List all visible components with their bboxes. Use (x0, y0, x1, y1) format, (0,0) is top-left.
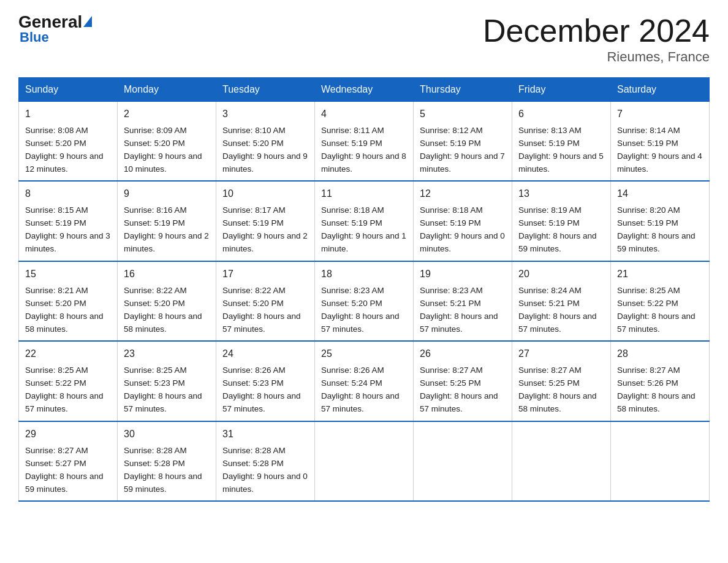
table-row (512, 421, 611, 501)
calendar-table: Sunday Monday Tuesday Wednesday Thursday… (18, 77, 710, 502)
day-number: 16 (124, 267, 210, 282)
day-number: 11 (321, 186, 407, 202)
logo-blue: Blue (20, 29, 49, 45)
table-row: 6Sunrise: 8:13 AMSunset: 5:19 PMDaylight… (512, 102, 611, 182)
day-number: 10 (222, 186, 308, 202)
col-saturday: Saturday (611, 78, 710, 102)
day-number: 3 (222, 107, 308, 122)
day-number: 14 (617, 186, 703, 202)
calendar-week-row: 8Sunrise: 8:15 AMSunset: 5:19 PMDaylight… (19, 181, 710, 261)
day-number: 21 (617, 267, 703, 282)
day-number: 25 (321, 347, 407, 362)
table-row: 18Sunrise: 8:23 AMSunset: 5:20 PMDayligh… (315, 261, 414, 341)
table-row: 5Sunrise: 8:12 AMSunset: 5:19 PMDaylight… (414, 102, 512, 182)
calendar-week-row: 1Sunrise: 8:08 AMSunset: 5:20 PMDaylight… (19, 102, 710, 182)
table-row: 25Sunrise: 8:26 AMSunset: 5:24 PMDayligh… (315, 341, 414, 421)
day-number: 24 (222, 347, 308, 362)
col-sunday: Sunday (19, 78, 118, 102)
table-row: 21Sunrise: 8:25 AMSunset: 5:22 PMDayligh… (611, 261, 710, 341)
page-header: General Blue December 2024 Rieumes, Fran… (18, 12, 710, 65)
table-row: 29Sunrise: 8:27 AMSunset: 5:27 PMDayligh… (19, 421, 118, 501)
day-number: 23 (124, 347, 210, 362)
table-row: 14Sunrise: 8:20 AMSunset: 5:19 PMDayligh… (611, 181, 710, 261)
table-row: 20Sunrise: 8:24 AMSunset: 5:21 PMDayligh… (512, 261, 611, 341)
table-row: 28Sunrise: 8:27 AMSunset: 5:26 PMDayligh… (611, 341, 710, 421)
day-number: 30 (124, 427, 210, 442)
table-row: 23Sunrise: 8:25 AMSunset: 5:23 PMDayligh… (118, 341, 216, 421)
day-number: 5 (420, 107, 506, 122)
col-monday: Monday (118, 78, 216, 102)
day-number: 8 (25, 186, 111, 202)
table-row: 30Sunrise: 8:28 AMSunset: 5:28 PMDayligh… (118, 421, 216, 501)
day-number: 2 (124, 107, 210, 122)
day-number: 15 (25, 267, 111, 282)
day-number: 27 (518, 347, 604, 362)
table-row (315, 421, 414, 501)
table-row: 22Sunrise: 8:25 AMSunset: 5:22 PMDayligh… (19, 341, 118, 421)
day-number: 13 (518, 186, 604, 202)
day-number: 28 (617, 347, 703, 362)
calendar-week-row: 29Sunrise: 8:27 AMSunset: 5:27 PMDayligh… (19, 421, 710, 501)
calendar-header-row: Sunday Monday Tuesday Wednesday Thursday… (19, 78, 710, 102)
day-number: 7 (617, 107, 703, 122)
day-number: 17 (222, 267, 308, 282)
calendar-week-row: 22Sunrise: 8:25 AMSunset: 5:22 PMDayligh… (19, 341, 710, 421)
table-row: 19Sunrise: 8:23 AMSunset: 5:21 PMDayligh… (414, 261, 512, 341)
day-number: 6 (518, 107, 604, 122)
table-row: 27Sunrise: 8:27 AMSunset: 5:25 PMDayligh… (512, 341, 611, 421)
day-number: 9 (124, 186, 210, 202)
day-number: 22 (25, 347, 111, 362)
day-number: 1 (25, 107, 111, 122)
page-subtitle: Rieumes, France (483, 49, 710, 65)
table-row: 9Sunrise: 8:16 AMSunset: 5:19 PMDaylight… (118, 181, 216, 261)
day-number: 31 (222, 427, 308, 442)
logo: General Blue (18, 12, 92, 45)
table-row: 13Sunrise: 8:19 AMSunset: 5:19 PMDayligh… (512, 181, 611, 261)
day-number: 18 (321, 267, 407, 282)
col-friday: Friday (512, 78, 611, 102)
table-row: 8Sunrise: 8:15 AMSunset: 5:19 PMDaylight… (19, 181, 118, 261)
table-row: 26Sunrise: 8:27 AMSunset: 5:25 PMDayligh… (414, 341, 512, 421)
table-row: 1Sunrise: 8:08 AMSunset: 5:20 PMDaylight… (19, 102, 118, 182)
table-row: 10Sunrise: 8:17 AMSunset: 5:19 PMDayligh… (216, 181, 315, 261)
table-row: 4Sunrise: 8:11 AMSunset: 5:19 PMDaylight… (315, 102, 414, 182)
table-row: 17Sunrise: 8:22 AMSunset: 5:20 PMDayligh… (216, 261, 315, 341)
table-row: 7Sunrise: 8:14 AMSunset: 5:19 PMDaylight… (611, 102, 710, 182)
day-number: 19 (420, 267, 506, 282)
table-row (414, 421, 512, 501)
day-number: 26 (420, 347, 506, 362)
calendar-week-row: 15Sunrise: 8:21 AMSunset: 5:20 PMDayligh… (19, 261, 710, 341)
table-row: 12Sunrise: 8:18 AMSunset: 5:19 PMDayligh… (414, 181, 512, 261)
page-title: December 2024 (483, 12, 710, 49)
table-row (611, 421, 710, 501)
table-row: 2Sunrise: 8:09 AMSunset: 5:20 PMDaylight… (118, 102, 216, 182)
day-number: 20 (518, 267, 604, 282)
table-row: 24Sunrise: 8:26 AMSunset: 5:23 PMDayligh… (216, 341, 315, 421)
col-wednesday: Wednesday (315, 78, 414, 102)
day-number: 12 (420, 186, 506, 202)
table-row: 11Sunrise: 8:18 AMSunset: 5:19 PMDayligh… (315, 181, 414, 261)
table-row: 31Sunrise: 8:28 AMSunset: 5:28 PMDayligh… (216, 421, 315, 501)
logo-arrow-icon (83, 16, 92, 27)
table-row: 16Sunrise: 8:22 AMSunset: 5:20 PMDayligh… (118, 261, 216, 341)
day-number: 4 (321, 107, 407, 122)
day-number: 29 (25, 427, 111, 442)
col-thursday: Thursday (414, 78, 512, 102)
col-tuesday: Tuesday (216, 78, 315, 102)
table-row: 15Sunrise: 8:21 AMSunset: 5:20 PMDayligh… (19, 261, 118, 341)
table-row: 3Sunrise: 8:10 AMSunset: 5:20 PMDaylight… (216, 102, 315, 182)
title-block: December 2024 Rieumes, France (483, 12, 710, 65)
